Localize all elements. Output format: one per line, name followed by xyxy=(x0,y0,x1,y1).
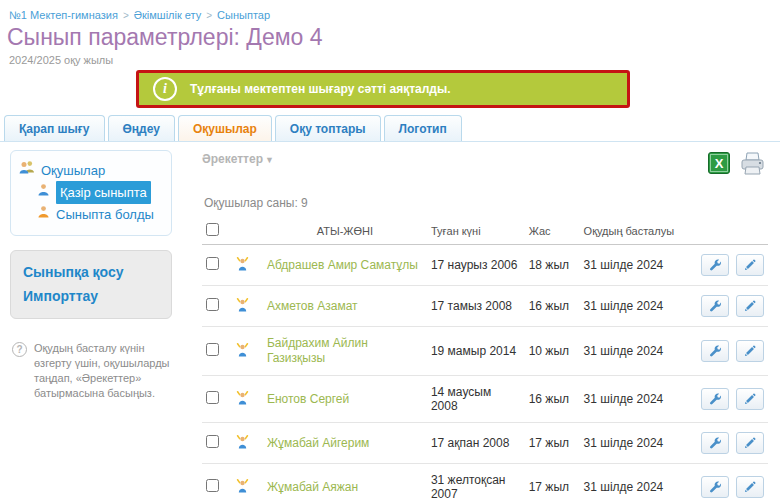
breadcrumb-separator: > xyxy=(206,10,212,21)
success-notification-banner: i Тұлғаны мектептен шығару сәтті аяқталд… xyxy=(136,70,630,108)
select-all-checkbox[interactable] xyxy=(206,223,219,236)
age-value: 17 жыл xyxy=(525,464,580,499)
table-row: Енотов Сергей 14 маусым 2008 16 жыл 31 ш… xyxy=(202,376,768,423)
study-start-date: 31 шілде 2024 xyxy=(580,327,693,376)
wrench-button[interactable] xyxy=(701,295,729,317)
wrench-button[interactable] xyxy=(701,340,729,362)
birth-date: 19 мамыр 2014 xyxy=(427,327,525,376)
excel-export-icon[interactable]: X xyxy=(708,152,730,177)
student-icon xyxy=(236,482,249,496)
content-area: Оқушылар Қазір сыныпта xyxy=(0,142,780,499)
edit-pencil-button[interactable] xyxy=(736,295,764,317)
import-link[interactable]: Импорттау xyxy=(23,284,159,308)
student-icon xyxy=(236,438,249,452)
birth-date: 17 тамыз 2008 xyxy=(427,286,525,327)
age-value: 16 жыл xyxy=(525,286,580,327)
edit-pencil-button[interactable] xyxy=(736,388,764,410)
student-name-link[interactable]: Жұмабай Аяжан xyxy=(267,480,358,494)
column-header-study-start: Оқудың басталуы xyxy=(580,219,693,245)
page-title: Сынып параметрлері: Демо 4 xyxy=(7,24,780,51)
table-row: Абдрашев Амир Саматұлы 17 наурыз 2006 18… xyxy=(202,245,768,286)
edit-pencil-button[interactable] xyxy=(736,340,764,362)
column-header-birthdate: Туған күні xyxy=(427,219,525,245)
table-header-row: АТЫ-ЖӨНІ Туған күні Жас Оқудың басталуы xyxy=(202,219,768,245)
breadcrumb-school-link[interactable]: №1 Мектеп-гимназия xyxy=(9,9,118,21)
student-icon xyxy=(236,394,249,408)
wrench-button[interactable] xyxy=(701,432,729,454)
tab-view[interactable]: Қарап шығу xyxy=(4,115,105,141)
breadcrumb-admin-link[interactable]: Әкімшілік ету xyxy=(134,9,202,21)
student-table-body: Абдрашев Амир Саматұлы 17 наурыз 2006 18… xyxy=(202,245,768,499)
birth-date: 14 маусым 2008 xyxy=(427,376,525,423)
page-header: №1 Мектеп-гимназия>Әкімшілік ету>Сыныпта… xyxy=(0,0,780,111)
sidebar: Оқушылар Қазір сыныпта xyxy=(0,150,190,499)
edit-pencil-button[interactable] xyxy=(736,254,764,276)
birth-date: 17 наурыз 2006 xyxy=(427,245,525,286)
students-table: АТЫ-ЖӨНІ Туған күні Жас Оқудың басталуы xyxy=(202,219,768,499)
wrench-button[interactable] xyxy=(701,388,729,410)
age-value: 17 жыл xyxy=(525,423,580,464)
row-checkbox[interactable] xyxy=(206,298,219,311)
student-icon xyxy=(236,346,249,360)
students-nav-box: Оқушылар Қазір сыныпта xyxy=(10,150,172,236)
table-row: Жұмабай Айгерим 17 ақпан 2008 17 жыл 31 … xyxy=(202,423,768,464)
row-checkbox[interactable] xyxy=(206,257,219,270)
print-icon[interactable] xyxy=(739,152,766,179)
class-parameters-page: №1 Мектеп-гимназия>Әкімшілік ету>Сыныпта… xyxy=(0,0,780,499)
row-checkbox[interactable] xyxy=(206,391,219,404)
sidebar-item-former-in-class[interactable]: Сыныпта болды xyxy=(56,204,154,225)
student-icon xyxy=(236,260,249,274)
person-icon xyxy=(37,204,50,225)
edit-pencil-button[interactable] xyxy=(736,476,764,498)
help-text: Оқудың басталу күнін өзгерту үшін, оқушы… xyxy=(34,341,180,401)
student-name-link[interactable]: Енотов Сергей xyxy=(267,392,349,406)
wrench-button[interactable] xyxy=(701,254,729,276)
school-year-subtitle: 2024/2025 оқу жылы xyxy=(9,54,780,66)
breadcrumb-classes-link[interactable]: Сыныптар xyxy=(217,9,270,21)
table-row: Жұмабай Аяжан 31 желтоқсан 2007 17 жыл 3… xyxy=(202,464,768,499)
question-icon: ? xyxy=(12,342,27,357)
student-name-link[interactable]: Абдрашев Амир Саматұлы xyxy=(267,258,418,272)
sidebar-item-students[interactable]: Оқушылар xyxy=(41,160,105,181)
svg-text:X: X xyxy=(715,156,724,171)
edit-pencil-button[interactable] xyxy=(736,432,764,454)
table-row: Ахметов Азамат 17 тамыз 2008 16 жыл 31 ш… xyxy=(202,286,768,327)
study-start-date: 31 шілде 2024 xyxy=(580,245,693,286)
birth-date: 17 ақпан 2008 xyxy=(427,423,525,464)
study-start-date: 31 шілде 2024 xyxy=(580,286,693,327)
class-actions-box: Сыныпқа қосу Импорттау xyxy=(10,250,172,319)
study-start-date: 31 шілде 2024 xyxy=(580,423,693,464)
row-checkbox[interactable] xyxy=(206,343,219,356)
column-header-name: АТЫ-ЖӨНІ xyxy=(263,219,427,245)
breadcrumb-separator: > xyxy=(123,10,129,21)
row-checkbox[interactable] xyxy=(206,435,219,448)
birth-date: 31 желтоқсан 2007 xyxy=(427,464,525,499)
chevron-down-icon: ▼ xyxy=(265,155,274,165)
actions-dropdown[interactable]: Әрекеттер▼ xyxy=(202,152,274,166)
notification-text: Тұлғаны мектептен шығару сәтті аяқталды. xyxy=(190,82,451,96)
age-value: 10 жыл xyxy=(525,327,580,376)
tab-logo[interactable]: Логотип xyxy=(384,115,462,141)
breadcrumb: №1 Мектеп-гимназия>Әкімшілік ету>Сыныпта… xyxy=(0,0,780,21)
column-header-age: Жас xyxy=(525,219,580,245)
wrench-button[interactable] xyxy=(701,476,729,498)
sidebar-item-current-in-class[interactable]: Қазір сыныпта xyxy=(56,181,151,204)
student-icon xyxy=(236,301,249,315)
age-value: 18 жыл xyxy=(525,245,580,286)
student-name-link[interactable]: Ахметов Азамат xyxy=(267,299,358,313)
row-checkbox[interactable] xyxy=(206,479,219,492)
student-name-link[interactable]: Жұмабай Айгерим xyxy=(267,436,369,450)
student-name-link[interactable]: Байдрахим Айлин Газизқызы xyxy=(267,336,368,365)
tab-study-groups[interactable]: Оқу топтары xyxy=(275,115,381,141)
add-to-class-link[interactable]: Сыныпқа қосу xyxy=(23,260,159,284)
people-icon xyxy=(19,160,35,181)
student-count: Оқушылар саны: 9 xyxy=(204,196,768,210)
tab-students[interactable]: Оқушылар xyxy=(178,115,272,141)
info-icon: i xyxy=(153,77,177,101)
tab-edit[interactable]: Өңдеу xyxy=(108,115,175,141)
table-row: Байдрахим Айлин Газизқызы 19 мамыр 2014 … xyxy=(202,327,768,376)
person-icon xyxy=(37,182,50,203)
study-start-date: 31 шілде 2024 xyxy=(580,376,693,423)
tab-bar: Қарап шығу Өңдеу Оқушылар Оқу топтары Ло… xyxy=(0,111,780,142)
help-note: ? Оқудың басталу күнін өзгерту үшін, оқу… xyxy=(12,341,180,401)
